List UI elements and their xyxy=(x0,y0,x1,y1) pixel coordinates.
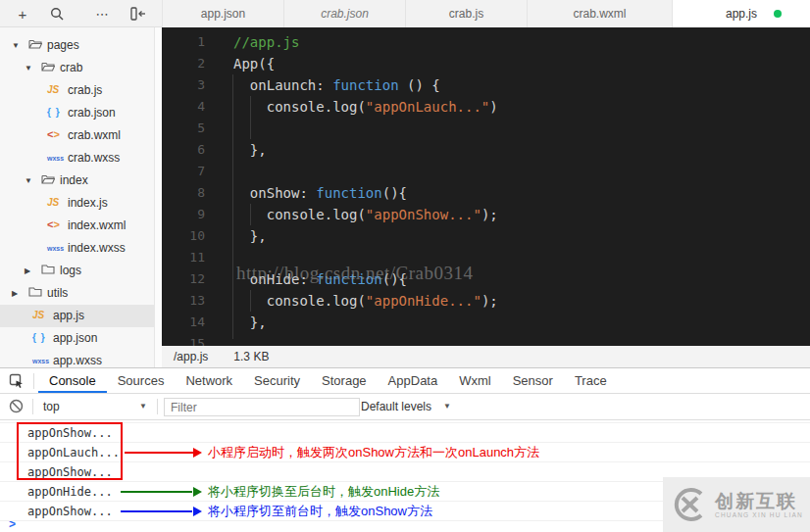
folder-icon xyxy=(41,264,55,278)
code-line[interactable]: 5 xyxy=(162,118,810,139)
devtools-tab-trace[interactable]: Trace xyxy=(564,369,618,393)
csdn-watermark-text: http://blog.csdn.net/Crab0314 xyxy=(236,263,473,284)
line-number: 10 xyxy=(162,225,205,247)
chevron-collapsed-icon[interactable]: ▶ xyxy=(12,282,18,305)
line-number: 14 xyxy=(162,312,205,333)
devtools-tab-security[interactable]: Security xyxy=(243,369,311,393)
line-number: 15 xyxy=(162,333,205,346)
tree-file-index.wxss[interactable]: wxssindex.wxss xyxy=(0,237,162,260)
more-icon[interactable]: ⋯ xyxy=(87,0,117,27)
editor-tab-app.json[interactable]: app.json xyxy=(162,0,283,27)
status-file-path: /app.js xyxy=(174,350,208,363)
tab-label: crab.json xyxy=(321,7,369,21)
sidebar-scrollbar[interactable] xyxy=(154,27,162,367)
inspect-element-icon[interactable] xyxy=(0,368,33,394)
devtools-tab-appdata[interactable]: AppData xyxy=(378,369,449,393)
tree-item-label: crab.wxss xyxy=(68,147,120,169)
code-editor[interactable]: 1//app.js2App({3 onLaunch: function () {… xyxy=(162,27,810,346)
tree-file-crab.wxml[interactable]: <>crab.wxml xyxy=(0,124,162,147)
search-icon[interactable] xyxy=(42,0,72,27)
tree-folder-crab[interactable]: ▼crab xyxy=(0,57,162,79)
code-line[interactable]: 4 console.log("appOnLauch...") xyxy=(162,96,810,118)
code-line[interactable]: 14 }, xyxy=(162,312,810,333)
line-number: 7 xyxy=(162,161,205,182)
code-line[interactable]: 9 console.log("appOnShow..."); xyxy=(162,204,810,225)
logo-icon xyxy=(671,486,708,523)
code-line[interactable]: 6 }, xyxy=(162,139,810,161)
chevron-down-icon[interactable]: ▼ xyxy=(139,394,147,419)
chevron-down-icon[interactable]: ▼ xyxy=(443,394,451,419)
tree-item-label: crab.wxml xyxy=(68,124,121,147)
code-line[interactable]: 15 xyxy=(162,333,810,346)
editor-tab-app.js[interactable]: app.js xyxy=(672,0,810,27)
divider xyxy=(32,399,33,414)
code-line[interactable]: 7 xyxy=(162,161,810,182)
annotation-arrow-line xyxy=(125,452,193,454)
log-levels-dropdown[interactable]: Default levels xyxy=(361,394,431,419)
chuangxin-watermark-logo: 创新互联 CHUANG XIN HU LIAN xyxy=(663,477,810,532)
tree-item-label: index.js xyxy=(68,192,108,215)
code-text: }, xyxy=(233,225,267,247)
tree-item-label: app.json xyxy=(53,327,97,350)
line-number: 4 xyxy=(162,96,205,118)
logo-text-cn: 创新互联 xyxy=(715,491,803,511)
tree-file-index.js[interactable]: JSindex.js xyxy=(0,192,162,215)
editor-tab-bar: app.jsoncrab.jsoncrab.jscrab.wxmlapp.js xyxy=(162,0,810,27)
tree-item-label: crab.js xyxy=(68,79,102,102)
add-icon[interactable]: + xyxy=(8,0,37,27)
tree-item-label: utils xyxy=(47,282,68,305)
line-number: 12 xyxy=(162,268,205,290)
editor-tab-crab.js[interactable]: crab.js xyxy=(405,0,527,27)
tree-folder-logs[interactable]: ▶logs xyxy=(0,260,162,282)
line-number: 11 xyxy=(162,247,205,268)
devtools-tab-wxml[interactable]: Wxml xyxy=(448,369,502,393)
code-line[interactable]: 10 }, xyxy=(162,225,810,247)
annotation-text: 将小程序切至前台时，触发onShow方法 xyxy=(208,504,432,519)
tree-file-crab.json[interactable]: { }crab.json xyxy=(0,102,162,124)
tree-folder-utils[interactable]: ▶utils xyxy=(0,282,162,305)
tree-file-app.js[interactable]: JSapp.js xyxy=(0,305,162,327)
code-line[interactable]: 2App({ xyxy=(162,53,810,74)
devtools-tab-sensor[interactable]: Sensor xyxy=(502,369,564,393)
tree-file-crab.js[interactable]: JScrab.js xyxy=(0,79,162,102)
chevron-collapsed-icon[interactable]: ▶ xyxy=(25,260,30,282)
wxml-file-icon: <> xyxy=(47,127,60,141)
tree-file-crab.wxss[interactable]: wxsscrab.wxss xyxy=(0,147,162,169)
folder-icon xyxy=(41,173,55,188)
tree-item-label: app.wxss xyxy=(53,350,102,367)
console-context-dropdown[interactable]: top xyxy=(43,394,60,419)
tab-label: crab.wxml xyxy=(573,7,626,21)
tree-folder-pages[interactable]: ▼pages xyxy=(0,34,162,57)
code-line[interactable]: 13 console.log("appOnHide..."); xyxy=(162,290,810,312)
tree-item-label: crab xyxy=(60,57,82,79)
wxss-file-icon: wxss xyxy=(47,240,64,254)
line-number: 5 xyxy=(162,118,205,139)
clear-console-icon[interactable] xyxy=(9,399,24,417)
devtools-tab-console[interactable]: Console xyxy=(38,369,107,393)
code-line[interactable]: 1//app.js xyxy=(162,31,810,53)
devtools-tab-storage[interactable]: Storage xyxy=(311,369,378,393)
js-file-icon: JS xyxy=(32,308,44,321)
tree-file-index.wxml[interactable]: <>index.wxml xyxy=(0,215,162,237)
tree-folder-index[interactable]: ▼index xyxy=(0,169,162,192)
devtools-tab-network[interactable]: Network xyxy=(175,369,243,393)
json-file-icon: { } xyxy=(32,330,46,344)
line-number: 8 xyxy=(162,182,205,204)
console-filter-input[interactable] xyxy=(164,398,360,416)
chevron-expanded-icon[interactable]: ▼ xyxy=(25,57,32,79)
annotation-arrow-head xyxy=(193,507,202,516)
chevron-expanded-icon[interactable]: ▼ xyxy=(25,169,32,192)
code-line[interactable]: 3 onLaunch: function () { xyxy=(162,74,810,96)
tree-file-app.wxss[interactable]: wxssapp.wxss xyxy=(0,350,162,367)
code-line[interactable]: 8 onShow: function(){ xyxy=(162,182,810,204)
tree-file-app.json[interactable]: { }app.json xyxy=(0,327,162,350)
devtools-tab-sources[interactable]: Sources xyxy=(107,369,176,393)
title-bar: +⋯ app.jsoncrab.jsoncrab.jscrab.wxmlapp.… xyxy=(0,0,810,27)
editor-tab-crab.wxml[interactable]: crab.wxml xyxy=(527,0,672,27)
collapse-sidebar-icon[interactable] xyxy=(124,0,153,27)
editor-tab-crab.json[interactable]: crab.json xyxy=(283,0,405,27)
line-number: 9 xyxy=(162,204,205,225)
chevron-expanded-icon[interactable]: ▼ xyxy=(12,34,20,57)
file-explorer: ▼pages▼crabJScrab.js{ }crab.json<>crab.w… xyxy=(0,27,162,367)
line-number: 6 xyxy=(162,139,205,161)
